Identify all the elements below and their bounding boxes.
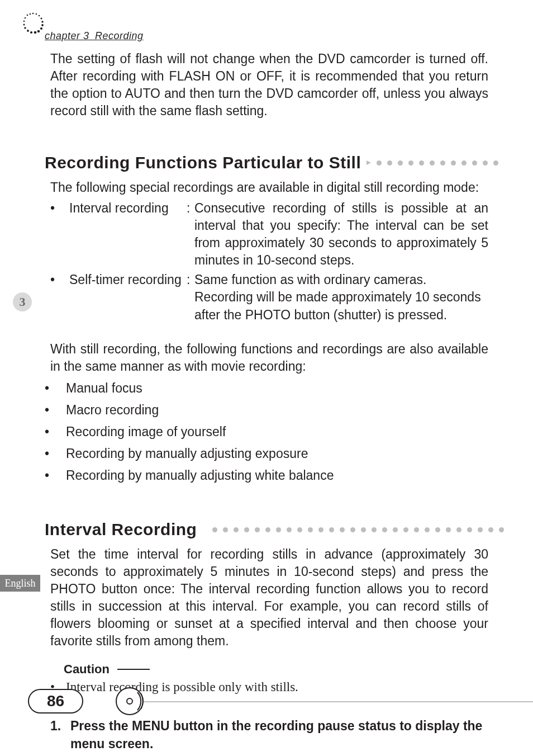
list-item: •Recording by manually adjusting exposur… [45, 443, 488, 465]
caution-heading: Caution [64, 662, 488, 677]
definition-row: • Self-timer recording : Same function a… [50, 271, 488, 323]
page-number-pill: 86 [28, 689, 83, 714]
list-item-text: Recording by manually adjusting white ba… [66, 465, 334, 486]
list-item-text: Manual focus [66, 377, 142, 399]
language-tab: English [0, 575, 40, 592]
section-title-text: Interval Recording [45, 520, 197, 539]
list-item-text: Recording image of yourself [66, 421, 226, 443]
svg-point-12 [23, 24, 25, 26]
step-row: 1. Press the MENU button in the recordin… [50, 717, 488, 753]
page: chapter 3_Recording 3 English The settin… [0, 0, 533, 756]
definition-row: • Interval recording : Consecutive recor… [50, 200, 488, 269]
svg-point-8 [34, 31, 37, 34]
intro-paragraph: The setting of flash will not change whe… [50, 50, 488, 120]
list-item: •Recording by manually adjusting white b… [45, 465, 488, 486]
svg-marker-20 [367, 160, 371, 165]
section-heading-functions: Recording Functions Particular to Still [45, 153, 488, 172]
chapter-label: chapter 3_Recording [45, 30, 144, 42]
svg-point-9 [30, 31, 32, 34]
svg-point-4 [41, 21, 43, 22]
chapter-number-badge: 3 [11, 291, 34, 313]
svg-point-2 [39, 15, 40, 17]
section-heading-interval: Interval Recording [45, 520, 488, 539]
list-item-text: Macro recording [66, 399, 159, 421]
svg-text:3: 3 [20, 295, 26, 309]
interval-body: Set the time interval for recording stil… [50, 546, 488, 650]
svg-point-22 [116, 688, 143, 715]
arrow-icon [365, 159, 372, 166]
decorative-dots [212, 527, 504, 532]
dotted-circle-icon [21, 11, 45, 35]
list-item: •Manual focus [45, 377, 488, 399]
page-footer: 86 [0, 680, 533, 714]
arrow-icon [201, 526, 208, 533]
list-item: •Recording image of yourself [45, 421, 488, 443]
svg-point-3 [41, 18, 42, 20]
definition-list: • Interval recording : Consecutive recor… [50, 200, 488, 323]
svg-point-6 [40, 27, 42, 30]
footer-rule [139, 701, 533, 702]
svg-point-1 [36, 13, 37, 15]
svg-point-11 [24, 27, 26, 29]
svg-point-14 [25, 17, 26, 19]
section-title-text: Recording Functions Particular to Still [45, 153, 361, 172]
caution-rule-icon [117, 669, 150, 670]
main-content: The setting of flash will not change whe… [45, 50, 488, 753]
also-available-lead: With still recording, the following func… [50, 341, 488, 375]
step-text: Press the MENU button in the recording p… [70, 717, 488, 753]
definition-desc: Same function as with ordinary cameras. … [194, 271, 488, 323]
step-number: 1. [50, 717, 70, 753]
svg-point-10 [27, 30, 29, 32]
svg-point-5 [41, 24, 44, 26]
list-item: •Macro recording [45, 399, 488, 421]
decorative-dots [377, 160, 498, 166]
svg-point-7 [37, 30, 40, 33]
list-item-text: Recording by manually adjusting exposure [66, 443, 308, 465]
definition-desc: Consecutive recording of stills is possi… [194, 200, 488, 269]
definition-term: Self-timer recording [69, 271, 187, 323]
definition-term: Interval recording [69, 200, 187, 269]
disc-icon [115, 686, 146, 717]
svg-point-15 [27, 15, 28, 16]
svg-point-0 [32, 13, 34, 15]
svg-point-13 [23, 21, 25, 22]
step-list: 1. Press the MENU button in the recordin… [50, 717, 488, 753]
also-available-list: •Manual focus •Macro recording •Recordin… [45, 377, 488, 486]
functions-lead: The following special recordings are ava… [50, 179, 488, 196]
caution-label: Caution [64, 662, 110, 677]
svg-point-16 [30, 13, 31, 15]
